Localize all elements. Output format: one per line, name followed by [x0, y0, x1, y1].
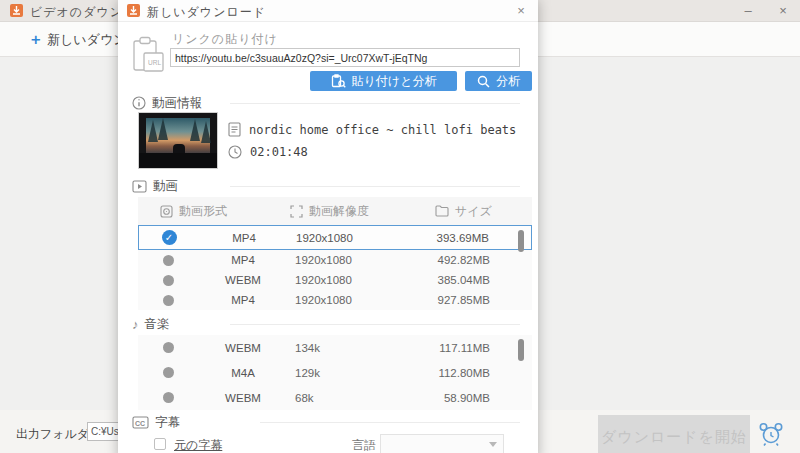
video-row-resolution: 1920x1080 — [288, 254, 398, 266]
cc-icon: CC — [132, 416, 149, 429]
video-section-header: 動画 — [132, 178, 178, 194]
video-row-resolution: 1920x1080 — [288, 294, 398, 306]
document-icon — [228, 122, 241, 137]
video-section-icon — [132, 180, 147, 193]
video-table-header: 動画形式 動画解像度 サイズ — [138, 197, 532, 225]
size-column-label: サイズ — [455, 203, 492, 220]
audio-format-table: WEBM 134k 117.11MB M4A 129k 112.80MB WEB… — [138, 335, 532, 410]
audio-row-size: 117.11MB — [398, 342, 532, 354]
audio-row[interactable]: M4A 129k 112.80MB — [138, 360, 532, 385]
search-icon — [477, 75, 490, 88]
audio-row-size: 112.80MB — [398, 367, 532, 379]
original-subtitle-label: 元の字幕 — [174, 437, 222, 453]
language-dropdown[interactable] — [380, 434, 504, 453]
audio-row-format: WEBM — [198, 392, 288, 404]
original-subtitle-checkbox[interactable] — [154, 438, 166, 450]
audio-section-header: ♪ 音楽 — [132, 316, 170, 332]
analyze-button[interactable]: 分析 — [465, 71, 532, 91]
video-row-resolution: 1920x1080 — [288, 274, 398, 286]
video-row[interactable]: MP4 1920x1080 927.85MB — [138, 290, 532, 310]
svg-text:CC: CC — [135, 419, 145, 426]
clock-icon — [228, 145, 242, 159]
link-paste-label: リンクの貼り付け — [172, 31, 278, 48]
chevron-down-icon — [489, 442, 497, 447]
video-row-resolution: 1920x1080 — [289, 232, 399, 244]
video-row-format: MP4 — [198, 294, 288, 306]
audio-table-scrollbar[interactable] — [518, 339, 524, 361]
audio-section-label: 音楽 — [145, 316, 170, 333]
video-section-label: 動画 — [153, 178, 178, 195]
audio-row-format: WEBM — [198, 342, 288, 354]
video-row-size: 385.04MB — [398, 274, 532, 286]
dialog-header: 新しいダウンロード × — [118, 0, 538, 22]
size-column-icon — [435, 205, 449, 217]
selected-check-icon: ✓ — [162, 230, 177, 245]
video-row-size: 927.85MB — [398, 294, 532, 306]
video-row[interactable]: MP4 1920x1080 492.82MB — [138, 250, 532, 270]
video-title-text: nordic home office ~ chill lofi beats — [249, 123, 516, 137]
audio-row-format: M4A — [198, 367, 288, 379]
resolution-column-icon — [290, 205, 303, 218]
audio-row[interactable]: WEBM 134k 117.11MB — [138, 335, 532, 360]
paste-analyze-icon — [331, 74, 346, 88]
radio-icon — [163, 367, 174, 378]
radio-icon — [163, 275, 174, 286]
info-icon — [132, 96, 146, 110]
audio-row-bitrate: 129k — [288, 367, 398, 379]
audio-row[interactable]: WEBM 68k 58.90MB — [138, 385, 532, 410]
url-input[interactable] — [170, 48, 520, 67]
video-row-format: WEBM — [198, 274, 288, 286]
video-duration-text: 02:01:48 — [250, 145, 308, 159]
audio-row-bitrate: 134k — [288, 342, 398, 354]
audio-row-size: 58.90MB — [398, 392, 532, 404]
video-row-format: MP4 — [199, 232, 289, 244]
music-note-icon: ♪ — [132, 318, 139, 331]
subtitle-section-label: 字幕 — [155, 414, 180, 431]
dialog-title: 新しいダウンロード — [147, 4, 266, 21]
radio-icon — [163, 392, 174, 403]
paste-analyze-label: 貼り付けと分析 — [352, 73, 437, 90]
audio-row-bitrate: 68k — [288, 392, 398, 404]
paste-and-analyze-button[interactable]: 貼り付けと分析 — [310, 71, 457, 91]
video-row-size: 393.69MB — [399, 232, 531, 244]
app-screen: ビデオのダウンロ – × ＋新しいダウンロ 出力フォルダ： ダウンロードを開始 … — [0, 0, 800, 453]
video-row-size: 492.82MB — [398, 254, 532, 266]
video-row-format: MP4 — [198, 254, 288, 266]
language-label: 言語 — [352, 437, 376, 453]
resolution-column-label: 動画解像度 — [309, 203, 369, 220]
video-table-scrollbar[interactable] — [518, 230, 524, 252]
new-download-dialog: 新しいダウンロード × URL リンクの貼り付け 貼り — [118, 0, 538, 453]
subtitle-section-header: CC 字幕 — [132, 414, 180, 430]
format-column-icon — [160, 205, 173, 218]
video-format-table: 動画形式 動画解像度 サイズ — [138, 197, 532, 310]
svg-text:URL: URL — [148, 59, 161, 66]
video-info-section-header: 動画情報 — [132, 95, 202, 111]
radio-icon — [163, 295, 174, 306]
clipboard-url-icon: URL — [131, 35, 167, 75]
radio-icon — [163, 342, 174, 353]
plus-icon: ＋ — [28, 30, 43, 47]
video-row-selected[interactable]: ✓ MP4 1920x1080 393.69MB — [138, 225, 532, 250]
minimize-button[interactable]: – — [733, 0, 763, 22]
video-thumbnail — [138, 112, 218, 169]
scheduled-task-clock-icon[interactable] — [757, 420, 785, 448]
start-download-button: ダウンロードを開始 — [598, 415, 750, 453]
dialog-app-icon — [127, 4, 140, 17]
dialog-close-button[interactable]: × — [508, 0, 534, 22]
video-info-section-label: 動画情報 — [152, 95, 202, 112]
main-close-button[interactable]: × — [768, 0, 798, 22]
app-logo-icon — [10, 4, 23, 17]
radio-icon — [163, 255, 174, 266]
format-column-label: 動画形式 — [179, 203, 227, 220]
analyze-label: 分析 — [496, 73, 520, 90]
video-row[interactable]: WEBM 1920x1080 385.04MB — [138, 270, 532, 290]
